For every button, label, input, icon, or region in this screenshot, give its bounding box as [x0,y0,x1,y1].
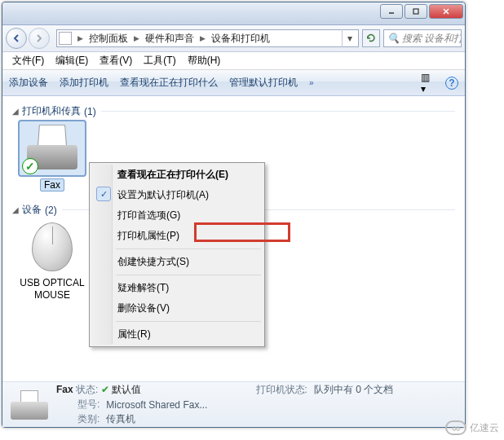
cm-troubleshoot[interactable]: 疑难解答(T) [91,278,263,298]
menu-edit[interactable]: 编辑(E) [51,52,93,69]
collapse-icon: ◢ [12,205,19,214]
add-printer-button[interactable]: 添加打印机 [60,76,108,90]
details-name: Fax 状态: ✔ 默认值 [56,383,250,397]
search-icon: 🔍 [387,33,400,44]
group-count: (1) [84,106,96,117]
cm-create-shortcut[interactable]: 创建快捷方式(S) [91,252,263,272]
breadcrumb-item[interactable]: 控制面板 [89,32,128,46]
see-printing-button[interactable]: 查看现在正在打印什么 [120,76,218,90]
cm-see-printing[interactable]: 查看现在正在打印什么(E) [91,165,263,185]
cm-set-default[interactable]: ✓ 设置为默认打印机(A) [91,185,263,205]
device-label: USB OPTICAL MOUSE [15,277,89,301]
maximize-button[interactable] [405,4,427,19]
group-label: 打印机和传真 [22,104,81,118]
control-panel-icon [59,32,72,45]
default-check-icon: ✓ [22,158,38,174]
view-options-icon[interactable]: ▥ ▾ [421,77,434,90]
group-header-printers[interactable]: ◢ 打印机和传真 (1) [12,104,455,118]
watermark-text: 亿速云 [470,421,499,435]
collapse-icon: ◢ [12,107,19,116]
model-label: 型号: [56,398,99,411]
status-check-icon: ✔ [101,384,109,395]
menu-file[interactable]: 文件(F) [7,52,49,69]
cm-printer-properties[interactable]: 打印机属性(P) [91,226,263,246]
group-label: 设备 [22,203,42,217]
refresh-button[interactable] [362,29,380,47]
printer-status-value: 队列中有 0 个文档 [314,383,457,397]
device-fax[interactable]: ✓ Fax [15,121,89,191]
category-value: 传真机 [106,412,457,426]
cm-preferences[interactable]: 打印首选项(G) [91,205,263,226]
cm-properties[interactable]: 属性(R) [91,324,263,345]
category-label: 类别: [56,412,99,426]
details-pane: Fax 状态: ✔ 默认值 打印机状态: 队列中有 0 个文档 型号: Micr… [2,381,465,427]
close-button[interactable] [429,4,463,19]
explorer-window: ▶ 控制面板 ▶ 硬件和声音 ▶ 设备和打印机 ▾ 🔍 搜索 设备和打... 文… [2,2,466,428]
group-count: (2) [45,205,57,216]
chevron-right-icon: ▶ [200,34,206,42]
printer-status-label: 打印机状态: [256,383,307,397]
breadcrumb-item[interactable]: 硬件和声音 [145,32,194,46]
address-dropdown[interactable]: ▾ [342,29,356,47]
chevron-right-icon: ▶ [134,34,139,42]
menu-bar: 文件(F) 编辑(E) 查看(V) 工具(T) 帮助(H) [2,52,465,70]
command-bar: 添加设备 添加打印机 查看现在正在打印什么 管理默认打印机 » ▥ ▾ ? [2,70,465,96]
mouse-icon [20,220,85,274]
chevron-right-icon: ▶ [77,34,83,42]
minimize-button[interactable] [380,4,403,19]
back-button[interactable] [6,28,27,49]
menu-help[interactable]: 帮助(H) [183,52,226,69]
check-icon: ✓ [96,187,111,201]
menu-tools[interactable]: 工具(T) [139,52,180,69]
nav-row: ▶ 控制面板 ▶ 硬件和声音 ▶ 设备和打印机 ▾ 🔍 搜索 设备和打... [2,25,465,52]
manage-default-button[interactable]: 管理默认打印机 [229,76,298,90]
device-mouse[interactable]: USB OPTICAL MOUSE [15,220,89,301]
cm-remove-device[interactable]: 删除设备(V) [91,298,263,319]
svg-rect-1 [413,9,418,14]
context-menu: 查看现在正在打印什么(E) ✓ 设置为默认打印机(A) 打印首选项(G) 打印机… [89,162,265,347]
address-bar[interactable]: ▶ 控制面板 ▶ 硬件和声音 ▶ 设备和打印机 ▾ [56,29,359,47]
add-device-button[interactable]: 添加设备 [9,76,48,90]
fax-icon: ✓ [20,121,85,175]
breadcrumb-item[interactable]: 设备和打印机 [211,32,270,46]
printer-icon [11,390,48,420]
overflow-button[interactable]: » [309,78,314,87]
search-input[interactable]: 🔍 搜索 设备和打... [383,29,462,47]
titlebar [2,2,465,25]
help-icon[interactable]: ? [445,77,458,90]
model-value: Microsoft Shared Fax... [106,399,457,411]
forward-button[interactable] [29,28,50,49]
device-label: Fax [40,178,64,191]
search-placeholder: 搜索 设备和打... [402,32,462,46]
menu-view[interactable]: 查看(V) [95,52,137,69]
